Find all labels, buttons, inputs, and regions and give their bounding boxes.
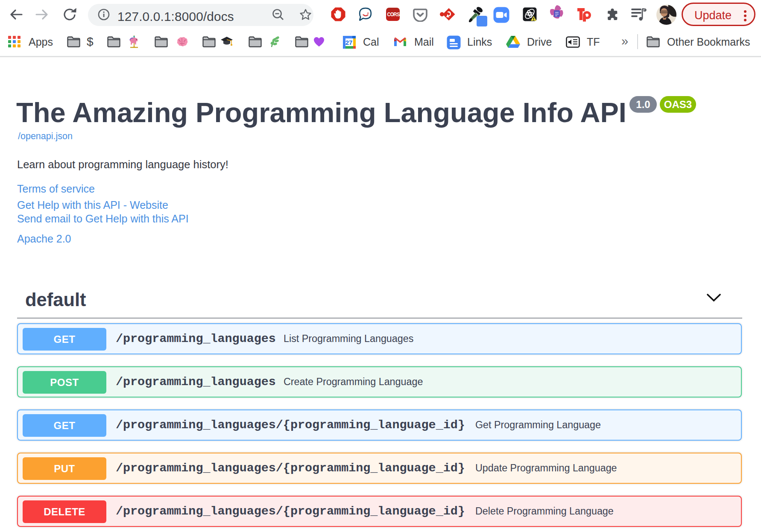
svg-text:27: 27: [345, 39, 353, 46]
